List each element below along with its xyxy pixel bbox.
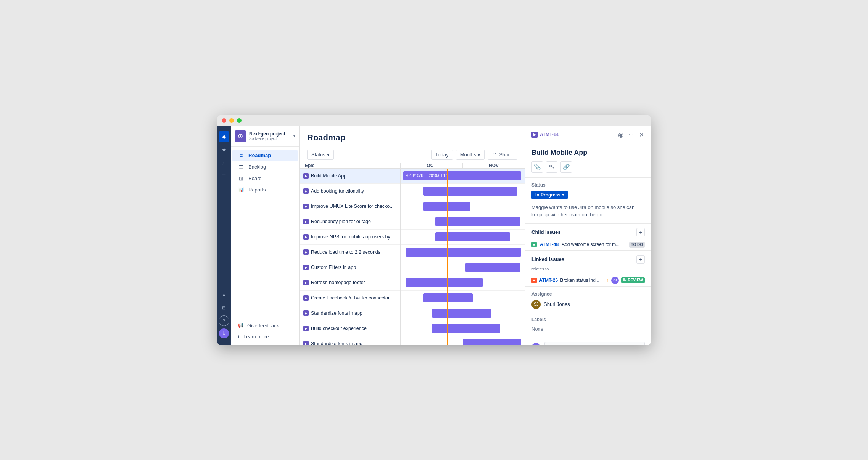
detail-toolbar: 📎 🔗 bbox=[525, 161, 651, 178]
icon-bar-bottom: ▲ ⊞ ? U bbox=[219, 290, 229, 341]
gantt-label-row-10[interactable]: ▶ Standardize fonts in app bbox=[300, 306, 400, 321]
close-icon[interactable]: ✕ bbox=[638, 130, 645, 139]
create-icon[interactable]: + bbox=[219, 170, 229, 181]
gantt-bar-10 bbox=[432, 309, 491, 318]
detail-actions: ◉ ··· ✕ bbox=[617, 130, 645, 139]
gantt-row-label-text[interactable]: ▶ Improve UMUX Lite Score for checko... bbox=[300, 199, 401, 214]
gantt-chart: Epic ▶ Build Mobile App ▶ bbox=[300, 163, 525, 345]
child-issues-header: Child issues + bbox=[525, 224, 651, 240]
share-button[interactable]: ⇧ Share bbox=[488, 150, 517, 160]
status-badge[interactable]: In Progress ▾ bbox=[531, 191, 568, 199]
avatar[interactable]: U bbox=[219, 328, 229, 338]
gantt-row-label-text[interactable]: ▶ Build Mobile App bbox=[300, 169, 401, 183]
row-label: Standardize fonts in app bbox=[311, 310, 362, 316]
search-icon[interactable]: ⌕ bbox=[219, 157, 229, 168]
gantt-label-row-3[interactable]: ▶ Improve UMUX Lite Score for checko... bbox=[300, 199, 400, 214]
row-label: Custom Filters in app bbox=[311, 265, 356, 270]
help-icon[interactable]: ? bbox=[219, 315, 229, 326]
row-label: Redundancy plan for outage bbox=[311, 219, 371, 224]
child-link-button[interactable] bbox=[546, 161, 557, 173]
gantt-row-label-text[interactable]: ▶ Standardize fonts in app bbox=[300, 336, 401, 345]
today-button[interactable]: Today bbox=[431, 150, 453, 160]
child-issue-icon: ■ bbox=[531, 242, 537, 247]
give-feedback-item[interactable]: 📢 Give feedback bbox=[232, 320, 298, 331]
gantt-row-label-text[interactable]: ▶ Redundancy plan for outage bbox=[300, 214, 401, 229]
gantt-bar-7 bbox=[465, 263, 520, 272]
row-label: Build checkout experience bbox=[311, 326, 367, 331]
gantt-row-label-text[interactable]: ▶ Add booking functionality bbox=[300, 184, 401, 199]
gantt-label-row-5[interactable]: ▶ Improve NPS for mobile app users by ..… bbox=[300, 230, 400, 245]
gantt-label-row-4[interactable]: ▶ Redundancy plan for outage bbox=[300, 214, 400, 230]
more-options-icon[interactable]: ··· bbox=[628, 130, 634, 139]
gantt-bar-row-12 bbox=[401, 336, 525, 345]
watch-icon[interactable]: ◉ bbox=[617, 130, 624, 139]
status-filter-label: Status bbox=[311, 152, 325, 158]
gantt-labels: Epic ▶ Build Mobile App ▶ bbox=[300, 163, 401, 345]
linked-issue-item-1[interactable]: ■ ATMT-26 Broken status ind... ↑ SJ IN R… bbox=[525, 274, 651, 286]
child-issue-item-1[interactable]: ■ ATMT-48 Add welcome screen for m... ↑ … bbox=[525, 240, 651, 250]
linked-issue-text: Broken status ind... bbox=[560, 278, 604, 283]
apps-grid-icon[interactable]: ⊞ bbox=[219, 302, 229, 313]
gantt-label-row-12[interactable]: ▶ Standardize fonts in app bbox=[300, 336, 400, 345]
row-label: Build Mobile App bbox=[311, 173, 346, 179]
attachment-button[interactable]: 📎 bbox=[531, 161, 543, 173]
sidebar-item-reports[interactable]: 📊 Reports bbox=[232, 184, 298, 195]
add-child-issue-button[interactable]: + bbox=[636, 228, 645, 236]
sidebar-item-board[interactable]: ⊞ Board bbox=[232, 173, 298, 184]
row-label: Standardize fonts in app bbox=[311, 341, 362, 345]
close-dot[interactable] bbox=[222, 118, 226, 123]
gantt-label-row-11[interactable]: ▶ Build checkout experience bbox=[300, 321, 400, 336]
sidebar-item-roadmap[interactable]: ≡ Roadmap bbox=[232, 150, 298, 161]
status-filter-button[interactable]: Status ▾ bbox=[307, 150, 334, 160]
gantt-epic-header: Epic bbox=[300, 163, 401, 169]
sidebar-item-backlog[interactable]: ☰ Backlog bbox=[232, 161, 298, 173]
sidebar-label-reports: Reports bbox=[248, 187, 266, 193]
assignee-section: Assignee SJ Shuri Jones bbox=[525, 286, 651, 314]
gantt-row-label-text[interactable]: ▶ Improve NPS for mobile app users by ..… bbox=[300, 230, 401, 244]
notifications-icon[interactable]: ▲ bbox=[219, 290, 229, 300]
gantt-label-row-2[interactable]: ▶ Add booking functionality bbox=[300, 184, 400, 199]
epic-icon: ▶ bbox=[303, 173, 309, 179]
gantt-bar-row-7 bbox=[401, 260, 525, 275]
assignee-label: Assignee bbox=[531, 291, 645, 297]
gantt-bar-row-2 bbox=[401, 184, 525, 199]
gantt-row-label-text[interactable]: ▶ Create Facebook & Twitter connector bbox=[300, 291, 401, 306]
gantt-label-row-6[interactable]: ▶ Reduce load time to 2.2 seconds bbox=[300, 245, 400, 260]
months-chevron-icon: ▾ bbox=[478, 152, 480, 158]
gantt-bar-label-1: 2018/10/15 – 2019/01/14 bbox=[403, 171, 450, 180]
gantt-row-label-text[interactable]: ▶ Standardize fonts in app bbox=[300, 306, 401, 321]
gantt-bar-row-5 bbox=[401, 230, 525, 245]
gantt-label-row-8[interactable]: ▶ Refresh homepage footer bbox=[300, 275, 400, 291]
gantt-month-headers: OCT NOV bbox=[401, 163, 525, 169]
minimize-dot[interactable] bbox=[229, 118, 234, 123]
linked-issues-header: Linked issues + bbox=[525, 250, 651, 265]
today-line bbox=[447, 169, 448, 345]
link-button[interactable]: 🔗 bbox=[560, 161, 572, 173]
gantt-row-label-text[interactable]: ▶ Custom Filters in app bbox=[300, 260, 401, 275]
gantt-label-row-7[interactable]: ▶ Custom Filters in app bbox=[300, 260, 400, 275]
gantt-bar-row-1: 2018/10/15 – 2019/01/14 bbox=[401, 169, 525, 184]
svg-point-2 bbox=[550, 165, 552, 167]
maximize-dot[interactable] bbox=[237, 118, 242, 123]
toolbar-left: Status ▾ bbox=[307, 150, 334, 160]
month-oct: OCT bbox=[401, 163, 463, 168]
chevron-down-icon: ▾ bbox=[293, 134, 295, 138]
labels-section: Labels None bbox=[525, 314, 651, 337]
gantt-label-row-9[interactable]: ▶ Create Facebook & Twitter connector bbox=[300, 291, 400, 306]
svg-point-1 bbox=[240, 135, 241, 137]
gantt-row-label-text[interactable]: ▶ Refresh homepage footer bbox=[300, 275, 401, 290]
child-issue-text: Add welcome screen for m... bbox=[562, 242, 620, 247]
add-linked-issue-button[interactable]: + bbox=[636, 255, 645, 264]
learn-more-item[interactable]: ℹ Learn more bbox=[232, 331, 298, 342]
gantt-label-row-1[interactable]: ▶ Build Mobile App bbox=[300, 169, 400, 184]
gantt-bar-12 bbox=[463, 339, 521, 345]
month-nov: NOV bbox=[463, 163, 525, 168]
gantt-row-label-text[interactable]: ▶ Reduce load time to 2.2 seconds bbox=[300, 245, 401, 260]
gantt-row-label-text[interactable]: ▶ Build checkout experience bbox=[300, 321, 401, 336]
starred-icon[interactable]: ★ bbox=[219, 144, 229, 155]
project-selector[interactable]: Next-gen project Software project ▾ bbox=[231, 126, 299, 147]
months-button[interactable]: Months ▾ bbox=[456, 150, 485, 160]
home-icon[interactable]: ◆ bbox=[219, 131, 229, 142]
share-icon: ⇧ bbox=[493, 152, 497, 158]
comment-input[interactable] bbox=[544, 342, 645, 345]
